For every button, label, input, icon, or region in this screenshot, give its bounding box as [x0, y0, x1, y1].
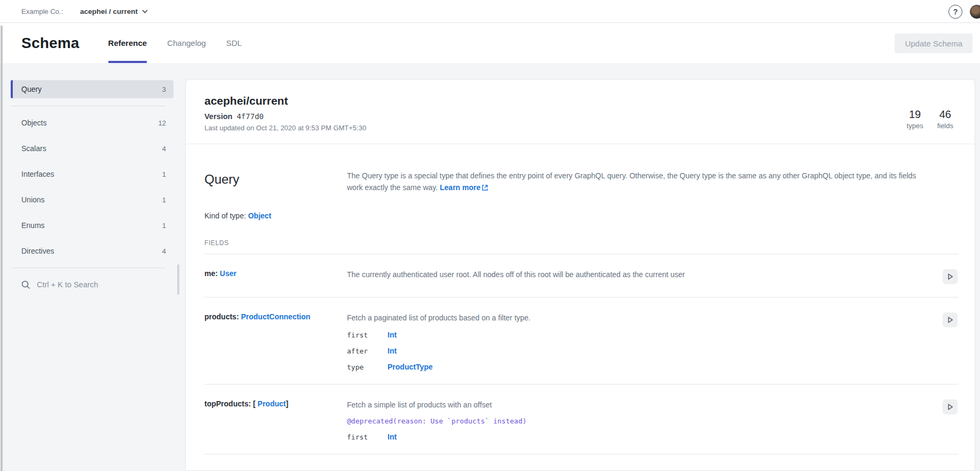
tab[interactable]: Changelog: [167, 23, 206, 63]
sidebar-item[interactable]: Objects 12: [11, 114, 173, 132]
field-row: topProducts: [ Product] Fetch a simple l…: [204, 384, 959, 454]
sidebar-item[interactable]: Enums 1: [11, 216, 173, 234]
sidebar-item-label: Enums: [11, 221, 45, 230]
sidebar-item-label: Interfaces: [11, 170, 54, 178]
arg-type-link[interactable]: Int: [388, 331, 397, 339]
arg-row: type ProductType: [347, 363, 927, 371]
arg-type-link[interactable]: Int: [388, 433, 397, 441]
learn-more-link[interactable]: Learn more: [440, 183, 488, 192]
sidebar-item-count: 1: [162, 222, 173, 230]
last-updated: Last updated on Oct 21, 2020 at 9:53 PM …: [204, 124, 366, 132]
help-icon[interactable]: ?: [949, 5, 962, 19]
play-icon: [946, 273, 954, 280]
play-icon: [946, 403, 954, 411]
stat-value: 46: [937, 108, 953, 121]
page-title: Schema: [21, 35, 80, 52]
arg-name: first: [347, 433, 380, 441]
sidebar-item-count: 12: [159, 119, 173, 127]
field-name: me:: [204, 269, 218, 278]
field-name: topProducts: [: [204, 399, 256, 408]
field-args: first Int: [347, 433, 927, 441]
external-link-icon: [482, 185, 488, 191]
field-type-link[interactable]: User: [220, 269, 236, 278]
deprecated-annotation: @deprecated(reason: Use `products` inste…: [347, 417, 927, 425]
field-description: Fetch a simple list of products with an …: [347, 399, 927, 410]
chevron-down-icon: [142, 10, 148, 13]
field-signature: me: User: [204, 269, 347, 284]
type-name-heading: Query: [204, 172, 347, 193]
update-schema-button[interactable]: Update Schema: [895, 33, 973, 53]
sidebar-item-count: 4: [162, 145, 173, 153]
stat: 46 fields: [937, 108, 953, 132]
type-section: Query The Query type is a special type t…: [186, 144, 975, 454]
graph-selector-dropdown[interactable]: acephei / current: [80, 7, 148, 15]
search-placeholder: Ctrl + K to Search: [37, 280, 98, 289]
sidebar-item-count: 3: [162, 85, 173, 93]
page-header: Schema Reference Changelog SDL Update Sc…: [0, 23, 980, 63]
sidebar-item[interactable]: Query 3: [11, 80, 173, 98]
run-field-button[interactable]: [943, 269, 958, 284]
play-icon: [946, 316, 954, 324]
sidebar-item-count: 1: [162, 196, 173, 204]
tab[interactable]: Reference: [108, 23, 147, 63]
sidebar-scrollbar[interactable]: [177, 264, 179, 295]
arg-name: first: [347, 331, 380, 339]
avatar[interactable]: [970, 5, 980, 19]
schema-card: acephei/current Version 4f77d0 Last upda…: [185, 79, 975, 471]
sidebar-item-count: 4: [162, 247, 173, 255]
graph-title: acephei/current: [204, 95, 366, 107]
run-field-button[interactable]: [943, 312, 958, 327]
tab-bar: Reference Changelog SDL: [108, 23, 242, 63]
field-row: products: ProductConnection Fetch a pagi…: [204, 297, 959, 384]
version-value: 4f77d0: [236, 112, 264, 121]
sidebar-divider: [11, 106, 165, 106]
sidebar-item-label: Directives: [11, 247, 54, 255]
field-signature: products: ProductConnection: [204, 312, 347, 371]
org-label: Example Co.:: [21, 7, 63, 15]
fields-list: me: User The currently authenticated use…: [204, 254, 959, 454]
sidebar: Query 3 Objects 12 Scalars 4 Interf: [0, 63, 185, 471]
stat-value: 19: [907, 108, 923, 121]
arg-row: after Int: [347, 347, 927, 355]
sidebar-item[interactable]: Interfaces 1: [11, 165, 173, 183]
schema-stats: 19 types 46 fields: [907, 108, 953, 132]
field-name: products:: [204, 312, 239, 321]
sidebar-item[interactable]: Directives 4: [11, 242, 173, 260]
field-type-link[interactable]: Product: [258, 399, 286, 408]
tab[interactable]: SDL: [226, 23, 242, 63]
arg-type-link[interactable]: ProductType: [388, 363, 433, 371]
field-suffix: ]: [286, 399, 288, 408]
kind-of-type-row: Kind of type: Object: [204, 211, 959, 220]
arg-type-link[interactable]: Int: [388, 347, 397, 355]
graph-selector-label: acephei / current: [80, 7, 138, 15]
sidebar-item-label: Scalars: [11, 144, 46, 153]
app-window: Example Co.: acephei / current ? Schema …: [0, 0, 980, 471]
sidebar-item-label: Unions: [11, 195, 45, 204]
sidebar-item[interactable]: Unions 1: [11, 191, 173, 209]
sidebar-item-label: Objects: [11, 119, 46, 127]
field-description: Fetch a paginated list of products based…: [347, 312, 927, 323]
run-field-button[interactable]: [943, 399, 958, 414]
sidebar-item[interactable]: Scalars 4: [11, 139, 173, 158]
field-row: me: User The currently authenticated use…: [204, 254, 959, 297]
field-signature: topProducts: [ Product]: [204, 399, 347, 441]
field-description: The currently authenticated user root. A…: [347, 269, 927, 280]
sidebar-divider: [11, 268, 165, 268]
fields-heading: FIELDS: [204, 239, 959, 254]
arg-name: after: [347, 347, 380, 355]
sidebar-item-label: Query: [11, 85, 42, 93]
search-icon: [21, 280, 30, 289]
arg-row: first Int: [347, 331, 927, 339]
search-trigger[interactable]: Ctrl + K to Search: [21, 276, 173, 294]
arg-row: first Int: [347, 433, 927, 441]
field-type-link[interactable]: ProductConnection: [241, 312, 310, 321]
version-label: Version: [204, 112, 232, 121]
schema-card-header: acephei/current Version 4f77d0 Last upda…: [186, 80, 975, 144]
version-row: Version 4f77d0: [204, 112, 366, 121]
stat-label: types: [907, 122, 923, 130]
kind-value-link[interactable]: Object: [248, 211, 272, 220]
sidebar-item-count: 1: [162, 170, 173, 178]
field-args: first Int after Int: [347, 331, 927, 371]
type-kind-nav: Query 3 Objects 12 Scalars 4 Interf: [0, 80, 185, 260]
type-description: The Query type is a special type that de…: [347, 170, 927, 193]
